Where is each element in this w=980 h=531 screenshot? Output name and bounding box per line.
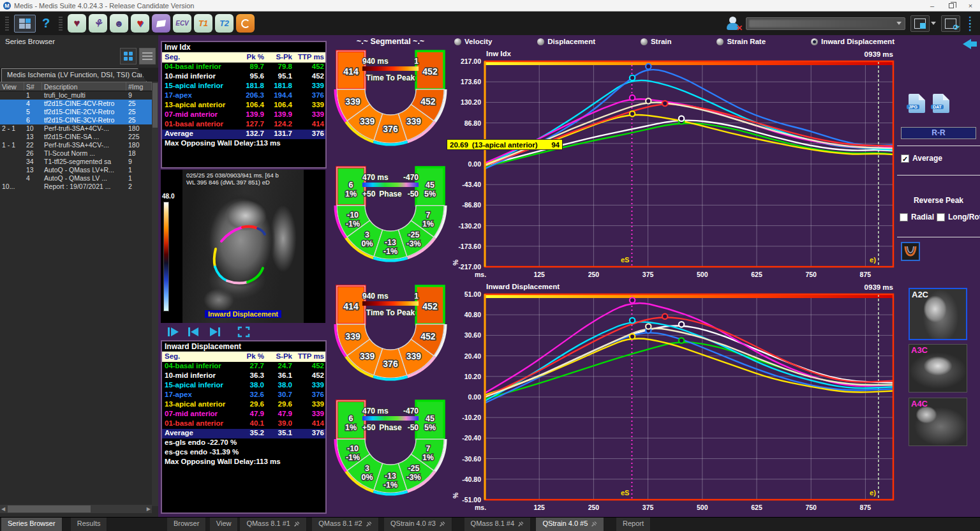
table-row[interactable]: 15-apical inferior38.038.0339 [162,381,325,391]
qstrain-app-icon[interactable] [152,14,170,33]
series-row[interactable]: 2 - 110Perf-trufi-3SA+4CV-...180 [0,124,152,133]
table-row[interactable]: 04-basal inferior27.724.7452 [162,362,325,371]
help-button[interactable]: ? [38,16,54,31]
thumbnail-a2c[interactable]: A2C [909,288,967,340]
session-tab-qmass-8-1--1[interactable]: QMass 8.1 #1 [240,518,306,531]
scroll-thumb[interactable] [8,505,91,512]
longrot-checkbox[interactable] [937,213,945,221]
table-row[interactable]: 13-apical anterior29.629.6339 [162,400,325,410]
series-row[interactable]: 4tf2d15-CINE-4CV-Retro25 [0,100,152,108]
patient-app-icon[interactable]: ☻ [110,14,128,33]
series-row[interactable]: 13AutoQ - QMass LV+R...1 [0,166,152,174]
session-tab-view[interactable]: View [210,518,239,531]
svg-text:e): e) [870,489,876,497]
scroll-right-icon[interactable]: ▶ [147,506,151,512]
cine-viewer[interactable]: 025/25 25 038/0903/941 ms. [64 b WL 395 … [161,170,325,323]
pin-icon [293,521,300,527]
series-row[interactable]: 6tf2d15-CINE-3CV-Retro25 [0,116,152,124]
heart-icon: ♥ [73,17,80,30]
session-tab-report[interactable]: Report [616,518,651,531]
restore-button[interactable] [942,0,961,11]
average-checkbox[interactable]: ✓ [901,154,909,163]
table-row[interactable]: 13-apical anterior106.4106.4339 [162,101,325,110]
table-row[interactable]: 17-apex206.3194.4376 [162,91,325,101]
svg-text:339: 339 [345,96,360,107]
qmass-app-icon[interactable]: ♥ [68,14,86,33]
thumbnail-a3c[interactable]: A3C [909,344,967,393]
export-dat-button[interactable]: DAT [933,94,949,113]
session-tab-qstrain-4-0--3[interactable]: QStrain 4.0 #3 [384,518,452,531]
table-row[interactable]: 04-basal inferior89.779.8452 [162,63,325,72]
play-button[interactable] [167,326,180,338]
svg-text:-470: -470 [403,173,419,182]
close-button[interactable]: × [961,0,980,11]
first-frame-button[interactable] [188,326,200,338]
layout-button[interactable] [14,15,36,33]
radio-strain-rate[interactable]: Strain Rate [716,36,766,47]
table-row[interactable]: 01-basal anterior40.139.0414 [162,419,325,429]
curve-type-radio-group: VelocityDisplacementStrainStrain RateInw… [454,36,895,47]
table-row[interactable]: 15-apical inferior181.8181.8339 [162,82,325,91]
study-tab[interactable]: Medis Ischemia (LV Function, DSI, TSI) C… [1,68,147,82]
radio-velocity[interactable]: Velocity [454,36,492,47]
save-layout-button[interactable] [910,15,930,32]
inw-idx-chart[interactable]: 217.00173.60130.2086.8043.400.00-43.40-8… [449,49,897,281]
user-logout-button[interactable]: ✕ [724,16,741,31]
table-row[interactable]: 07-mid anterior139.9139.9339 [162,110,325,120]
table-row[interactable]: 17-apex32.630.7376 [162,391,325,400]
svg-text:-25: -25 [408,230,419,239]
qflow-app-icon[interactable]: ⚘ [89,14,107,33]
pin-icon [439,521,445,527]
radial-checkbox-row[interactable]: Radial [900,213,934,221]
collapse-panel-button[interactable] [963,39,971,49]
thumbnail-a4c[interactable]: A4C [909,398,967,446]
table-row[interactable]: 10-mid inferior36.336.1452 [162,371,325,381]
reset-layout-button[interactable]: ⟳ [941,15,960,32]
series-row[interactable]: 1trufi_loc_multi9 [0,91,152,100]
export-jpg-button[interactable]: JPG [909,94,925,113]
panel-tab-results[interactable]: Results [71,518,108,531]
average-checkbox-row[interactable]: ✓ Average [901,154,942,163]
series-row[interactable]: 4AutoQ - QMass LV ...1 [0,174,152,183]
3d-view-app-icon[interactable] [236,14,255,33]
longrot-checkbox-row[interactable]: Long/Rot [937,213,980,221]
scroll-left-icon[interactable]: ◀ [1,506,5,512]
fullscreen-button[interactable] [237,326,250,338]
t2-app-icon[interactable]: T2 [215,14,234,33]
session-tab-qmass-8-1--2[interactable]: QMass 8.1 #2 [312,518,378,531]
radial-checkbox[interactable] [900,213,908,221]
session-tab-qmass-8-1--4[interactable]: QMass 8.1 #4 [464,518,531,531]
more-menu-button[interactable]: ⋮⋮ [965,17,975,30]
vertical-scrollbar[interactable] [152,82,158,506]
radio-inward-displacement[interactable]: Inward Displacement [811,36,895,47]
series-row[interactable]: 1 - 122Perf-trufi-3SA+4CV-...180 [0,141,152,149]
table-row[interactable]: 01-basal anterior127.7124.2414 [162,120,325,130]
grid-view-button[interactable] [120,48,137,64]
list-view-button[interactable] [139,48,156,64]
series-row[interactable]: 5tf2d15-CINE-2CV-Retro25 [0,108,152,116]
horizontal-scrollbar[interactable]: ◀▶ [0,505,152,513]
t1-app-icon[interactable]: T1 [194,14,212,33]
minimize-button[interactable]: – [923,0,942,11]
radio-displacement[interactable]: Displacement [537,36,595,47]
series-row[interactable]: 10...Report : 19/07/2021 ...2 [0,183,152,191]
series-row[interactable]: 34T1-tfl25-segmented sa9 [0,158,152,166]
rr-button[interactable]: R-R [901,127,976,139]
layout-preset-dropdown[interactable] [746,17,905,30]
inward-displacement-chart[interactable]: 51.0040.8030.6020.4010.200.00-10.20-20.4… [449,281,897,514]
chevron-down-icon[interactable] [931,22,936,25]
curve-display-button[interactable] [901,242,920,261]
table-row[interactable]: 07-mid anterior47.947.9339 [162,410,325,419]
svg-text:940 ms: 940 ms [362,57,389,66]
heart-anatomy-app-icon[interactable]: ♥ [131,14,149,33]
panel-tab-series-browser[interactable]: Series Browser [1,518,63,531]
table-row[interactable]: 10-mid inferior95.695.1452 [162,72,325,82]
ecv-app-icon[interactable]: ECV [173,14,191,33]
session-tab-qstrain-4-0--5[interactable]: QStrain 4.0 #5 [536,518,604,531]
svg-text:-13: -13 [385,472,396,481]
series-row[interactable]: 13tf2d15-CINE-SA ...225 [0,133,152,141]
radio-strain[interactable]: Strain [641,36,672,47]
series-row[interactable]: 26TI-Scout Norm ...18 [0,149,152,158]
last-frame-button[interactable] [208,326,221,338]
session-tab-browser[interactable]: Browser [167,518,206,531]
